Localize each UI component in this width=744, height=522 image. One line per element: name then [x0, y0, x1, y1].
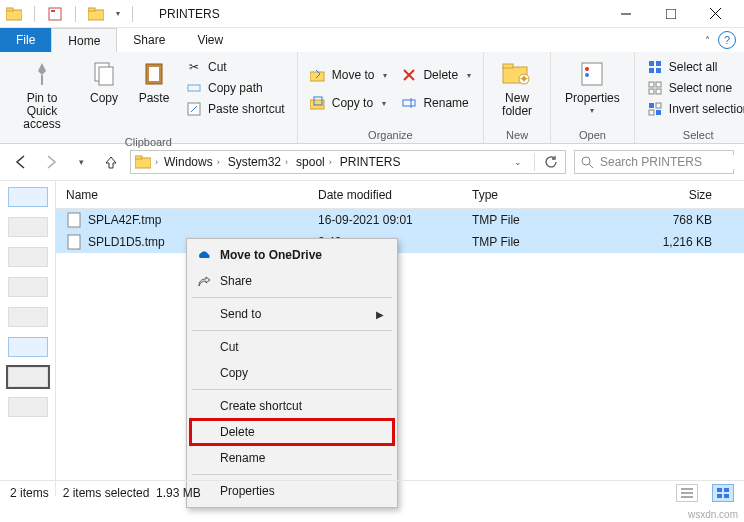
breadcrumb[interactable]: PRINTERS	[338, 155, 403, 169]
window-controls	[603, 0, 738, 28]
up-button[interactable]	[100, 151, 122, 173]
delete-x-icon	[401, 67, 417, 83]
submenu-arrow-icon: ▶	[376, 309, 384, 320]
navigation-pane[interactable]	[0, 181, 56, 496]
group-open: Properties ▾ Open	[551, 52, 635, 143]
ctx-cut[interactable]: Cut	[190, 334, 394, 360]
select-none-button[interactable]: Select none	[645, 79, 744, 97]
ctx-move-onedrive[interactable]: Move to OneDrive	[190, 242, 394, 268]
group-label: Select	[645, 129, 744, 141]
qat-dropdown-icon[interactable]: ▾	[110, 6, 126, 22]
maximize-button[interactable]	[648, 0, 693, 28]
copy-to-button[interactable]: Copy to▾	[308, 94, 390, 112]
view-details-button[interactable]	[676, 484, 698, 502]
copy-button[interactable]: Copy	[84, 56, 124, 107]
recent-locations-button[interactable]: ▾	[70, 151, 92, 173]
new-folder-button[interactable]: ✦ New folder	[494, 56, 540, 120]
address-bar[interactable]: › Windows› System32› spool› PRINTERS ⌄	[130, 150, 566, 174]
quick-access-toolbar: ▾	[6, 6, 126, 22]
svg-rect-40	[649, 103, 654, 108]
group-label: Open	[561, 129, 624, 141]
forward-button[interactable]	[40, 151, 62, 173]
ctx-send-to[interactable]: Send to ▶	[190, 301, 394, 327]
view-thumbnails-button[interactable]	[712, 484, 734, 502]
tab-share[interactable]: Share	[117, 28, 181, 52]
nav-thumb[interactable]	[8, 277, 48, 297]
svg-rect-33	[656, 61, 661, 66]
ctx-delete[interactable]: Delete	[190, 419, 394, 445]
nav-thumb[interactable]	[8, 397, 48, 417]
refresh-button[interactable]	[541, 152, 561, 172]
column-size[interactable]: Size	[622, 188, 732, 202]
svg-rect-55	[717, 494, 722, 498]
properties-icon[interactable]	[47, 6, 63, 22]
navigation-row: ▾ › Windows› System32› spool› PRINTERS ⌄	[0, 144, 744, 180]
svg-rect-49	[68, 235, 80, 249]
search-box[interactable]	[574, 150, 734, 174]
nav-thumb[interactable]	[8, 367, 48, 387]
properties-icon	[576, 58, 608, 90]
minimize-button[interactable]	[603, 0, 648, 28]
group-clipboard: Pin to Quick access Copy Paste ✂Cut Copy…	[0, 52, 298, 143]
address-dropdown-icon[interactable]: ⌄	[508, 152, 528, 172]
table-row[interactable]: SPLD1D5.tmp 2:42 TMP File 1,216 KB	[56, 231, 744, 253]
paste-button[interactable]: Paste	[134, 56, 174, 107]
search-input[interactable]	[600, 155, 744, 169]
svg-rect-23	[403, 100, 415, 106]
nav-thumb[interactable]	[8, 337, 48, 357]
new-folder-label: New folder	[498, 92, 536, 118]
paste-icon	[138, 58, 170, 90]
status-bar: 2 items 2 items selected 1.93 MB	[0, 480, 744, 504]
column-date[interactable]: Date modified	[318, 188, 472, 202]
ctx-create-shortcut[interactable]: Create shortcut	[190, 393, 394, 419]
breadcrumb[interactable]: spool›	[294, 155, 334, 169]
svg-rect-42	[656, 103, 661, 108]
column-name[interactable]: Name	[66, 188, 318, 202]
file-list[interactable]: Name Date modified Type Size SPLA42F.tmp…	[56, 181, 744, 496]
properties-button[interactable]: Properties ▾	[561, 56, 624, 118]
collapse-ribbon-icon[interactable]: ˄	[705, 35, 710, 46]
invert-selection-button[interactable]: Invert selection	[645, 100, 744, 118]
move-to-button[interactable]: Move to▾	[308, 66, 390, 84]
svg-rect-13	[99, 67, 113, 85]
back-button[interactable]	[10, 151, 32, 173]
help-icon[interactable]: ?	[718, 31, 736, 49]
svg-rect-48	[68, 213, 80, 227]
svg-rect-26	[503, 64, 513, 68]
paste-shortcut-button[interactable]: Paste shortcut	[184, 100, 287, 118]
path-icon	[186, 80, 202, 96]
table-row[interactable]: SPLA42F.tmp 16-09-2021 09:01 TMP File 76…	[56, 209, 744, 231]
folder-icon	[135, 154, 151, 170]
breadcrumb[interactable]: System32›	[226, 155, 290, 169]
pin-quick-access-button[interactable]: Pin to Quick access	[10, 56, 74, 134]
scissors-icon: ✂	[186, 59, 202, 75]
nav-thumb[interactable]	[8, 247, 48, 267]
svg-rect-43	[649, 110, 654, 115]
copy-path-button[interactable]: Copy path	[184, 79, 287, 97]
close-button[interactable]	[693, 0, 738, 28]
move-icon	[310, 67, 326, 83]
invert-icon	[647, 101, 663, 117]
tab-file[interactable]: File	[0, 28, 51, 52]
tab-view[interactable]: View	[181, 28, 239, 52]
cut-button[interactable]: ✂Cut	[184, 58, 287, 76]
folder-icon[interactable]	[88, 6, 104, 22]
nav-thumb[interactable]	[8, 217, 48, 237]
column-type[interactable]: Type	[472, 188, 622, 202]
nav-thumb[interactable]	[8, 187, 48, 207]
search-icon	[581, 156, 594, 169]
nav-thumb[interactable]	[8, 307, 48, 327]
watermark: wsxdn.com	[688, 509, 738, 520]
svg-rect-32	[649, 61, 654, 66]
ctx-copy[interactable]: Copy	[190, 360, 394, 386]
ctx-share[interactable]: Share	[190, 268, 394, 294]
ctx-rename[interactable]: Rename	[190, 445, 394, 471]
svg-rect-2	[49, 8, 61, 20]
rename-button[interactable]: Rename	[399, 94, 473, 112]
properties-label: Properties	[565, 92, 620, 105]
select-all-button[interactable]: Select all	[645, 58, 744, 76]
delete-button[interactable]: Delete▾	[399, 66, 473, 84]
breadcrumb[interactable]: Windows›	[162, 155, 222, 169]
tab-home[interactable]: Home	[51, 28, 117, 52]
column-headers: Name Date modified Type Size	[56, 181, 744, 209]
